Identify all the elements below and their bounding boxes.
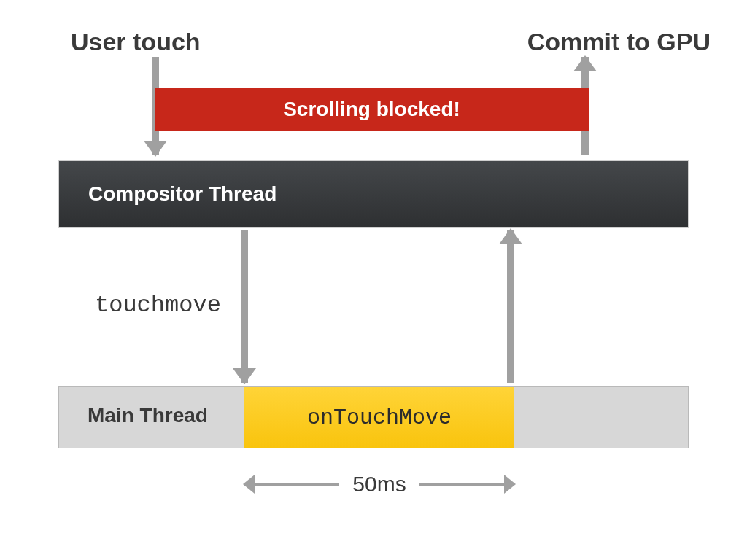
arrow-compositor-to-main bbox=[241, 230, 248, 383]
arrow-main-to-compositor bbox=[507, 230, 514, 383]
compositor-thread-label: Compositor Thread bbox=[88, 182, 276, 206]
measure-arrow-left-icon bbox=[244, 483, 339, 486]
duration-measure: 50ms bbox=[244, 467, 514, 502]
duration-label: 50ms bbox=[339, 472, 419, 497]
scrolling-blocked-banner: Scrolling blocked! bbox=[155, 88, 589, 131]
thread-diagram: User touch Commit to GPU Scrolling block… bbox=[0, 0, 747, 560]
ontouchmove-block: onTouchMove bbox=[244, 387, 514, 448]
label-user-touch: User touch bbox=[71, 28, 201, 56]
label-commit-to-gpu: Commit to GPU bbox=[527, 28, 711, 56]
main-thread-label: Main Thread bbox=[88, 404, 208, 427]
ontouchmove-label: onTouchMove bbox=[307, 405, 452, 430]
compositor-thread-bar: Compositor Thread bbox=[58, 160, 689, 228]
measure-arrow-right-icon bbox=[419, 483, 514, 486]
label-touchmove: touchmove bbox=[95, 292, 221, 319]
